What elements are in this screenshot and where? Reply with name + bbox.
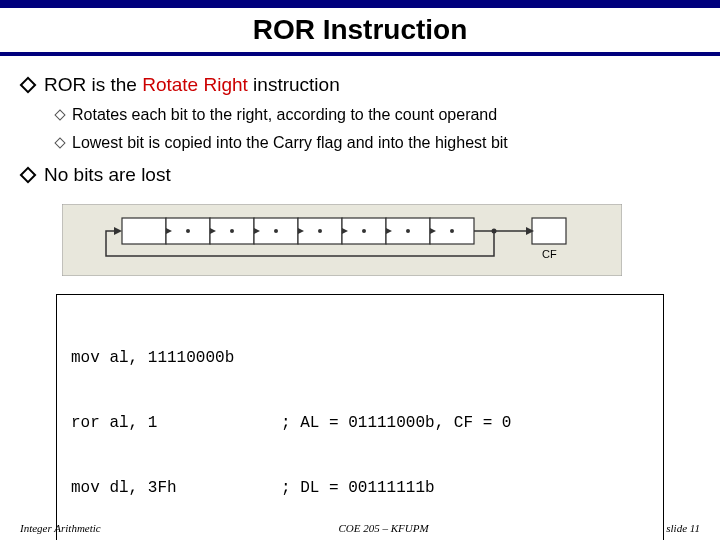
rotate-diagram-svg: CF xyxy=(62,204,622,276)
diamond-icon xyxy=(20,167,37,184)
bullet-sub-1: Rotates each bit to the right, according… xyxy=(56,106,698,124)
diamond-small-icon xyxy=(54,137,65,148)
diamond-icon xyxy=(20,77,37,94)
svg-rect-1 xyxy=(122,218,166,244)
svg-point-14 xyxy=(362,229,366,233)
code-l1-right xyxy=(281,348,649,370)
bullet-sub-2: Lowest bit is copied into the Carry flag… xyxy=(56,134,698,152)
code-l2-right: ; AL = 01111000b, CF = 0 xyxy=(281,413,649,435)
footer: Integer Arithmetic COE 205 – KFUPM slide… xyxy=(0,522,720,534)
sub-text-1: Rotates each bit to the right, according… xyxy=(72,106,497,124)
bullet1-post: instruction xyxy=(248,74,340,95)
code-line-1: mov al, 11110000b xyxy=(71,348,649,370)
slide-title: ROR Instruction xyxy=(0,10,720,50)
bullet1-red: Rotate Right xyxy=(142,74,248,95)
svg-point-13 xyxy=(318,229,322,233)
svg-point-27 xyxy=(492,229,497,234)
svg-rect-9 xyxy=(532,218,566,244)
bullet-main-2: No bits are lost xyxy=(22,164,698,186)
svg-point-11 xyxy=(230,229,234,233)
bullet-text-1: ROR is the Rotate Right instruction xyxy=(44,74,340,96)
footer-center: COE 205 – KFUPM xyxy=(338,522,428,534)
bullet1-pre: ROR is the xyxy=(44,74,142,95)
code-l3-right: ; DL = 00111111b xyxy=(281,478,649,500)
bullet-main-1: ROR is the Rotate Right instruction xyxy=(22,74,698,96)
bullet-text-2: No bits are lost xyxy=(44,164,171,186)
svg-point-12 xyxy=(274,229,278,233)
svg-point-10 xyxy=(186,229,190,233)
footer-right: slide 11 xyxy=(666,522,700,534)
svg-point-15 xyxy=(406,229,410,233)
code-l2-left: ror al, 1 xyxy=(71,413,281,435)
cf-label: CF xyxy=(542,248,557,260)
diamond-small-icon xyxy=(54,109,65,120)
svg-point-16 xyxy=(450,229,454,233)
content-area: ROR is the Rotate Right instruction Rota… xyxy=(0,56,720,540)
title-bar-inner: ROR Instruction xyxy=(0,8,720,52)
code-line-2: ror al, 1 ; AL = 01111000b, CF = 0 xyxy=(71,413,649,435)
code-l1-left: mov al, 11110000b xyxy=(71,348,281,370)
footer-left: Integer Arithmetic xyxy=(20,522,101,534)
sub-text-2: Lowest bit is copied into the Carry flag… xyxy=(72,134,508,152)
code-l3-left: mov dl, 3Fh xyxy=(71,478,281,500)
title-bar: ROR Instruction xyxy=(0,3,720,53)
rotate-diagram: CF xyxy=(62,204,658,280)
code-box: mov al, 11110000b ror al, 1 ; AL = 01111… xyxy=(56,294,664,540)
code-line-3: mov dl, 3Fh ; DL = 00111111b xyxy=(71,478,649,500)
